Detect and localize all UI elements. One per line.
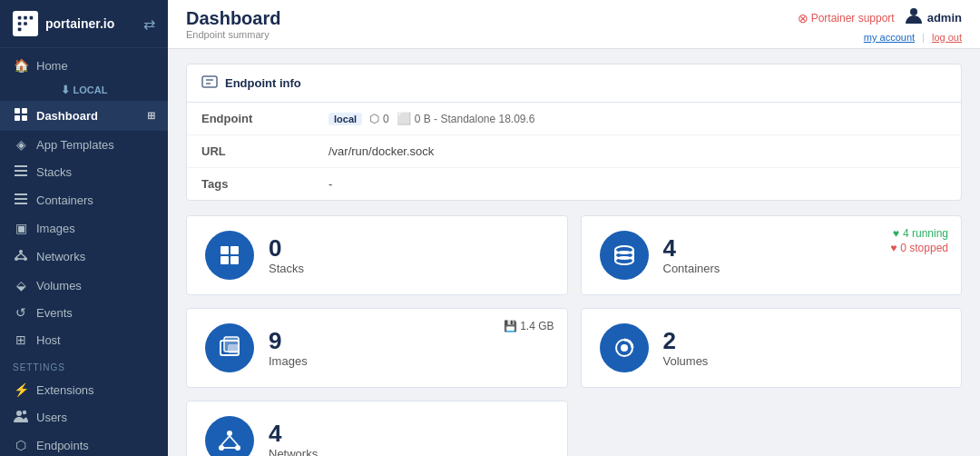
svg-rect-14	[15, 198, 27, 200]
tags-label: Tags	[187, 168, 314, 201]
endpoint-value: local ⬡ 0 ⬜ 0 B - Standalone 18.09.6	[314, 103, 961, 135]
support-label: Portainer support	[811, 12, 895, 25]
volumes-card[interactable]: 2 Volumes	[581, 308, 963, 388]
user-icon	[904, 5, 924, 30]
page-title: Dashboard	[186, 8, 280, 29]
url-value: /var/run/docker.sock	[314, 135, 961, 168]
sidebar-item-host-label: Host	[36, 333, 61, 347]
images-card-icon	[205, 323, 254, 372]
images-card-info: 9 Images	[269, 328, 308, 368]
endpoint-info-panel: Endpoint info Endpoint local ⬡ 0	[186, 64, 962, 201]
heart-red-icon: ♥	[890, 242, 897, 254]
sidebar-item-volumes[interactable]: ⬙ Volumes	[0, 272, 168, 299]
topbar: Dashboard Endpoint summary ⊗ Portainer s…	[168, 0, 980, 49]
url-row: URL /var/run/docker.sock	[187, 135, 961, 168]
svg-rect-3	[18, 22, 22, 25]
volumes-card-info: 2 Volumes	[663, 328, 709, 368]
log-out-link[interactable]: log out	[932, 32, 962, 43]
sidebar-item-host[interactable]: ⊞ Host	[0, 326, 168, 353]
networks-card-icon	[205, 416, 254, 456]
containers-badge: ♥ 4 running ♥ 0 stopped	[890, 227, 948, 254]
networks-label: Networks	[269, 447, 318, 456]
stacks-card[interactable]: 0 Stacks	[186, 215, 568, 295]
support-icon: ⊗	[798, 11, 808, 25]
my-account-link[interactable]: my account	[864, 32, 915, 43]
svg-point-30	[910, 8, 917, 15]
svg-rect-34	[220, 246, 229, 254]
sidebar-item-app-templates[interactable]: ◈ App Templates	[0, 131, 168, 158]
svg-rect-6	[15, 108, 20, 114]
containers-count: 4	[663, 235, 720, 262]
sidebar-item-home-label: Home	[36, 59, 68, 73]
svg-point-22	[16, 411, 22, 416]
sidebar: portainer.io ⇄ 🏠 Home ⬇ LOCAL Dashboard	[0, 0, 168, 456]
stacks-count: 0	[269, 235, 304, 262]
dashboard-badge: ⊞	[147, 110, 155, 122]
svg-rect-31	[202, 76, 217, 87]
dashboard-cards: 0 Stacks 4 Containers	[186, 215, 962, 456]
sidebar-item-images[interactable]: ▣ Images	[0, 214, 168, 242]
sidebar-item-extensions[interactable]: ⚡ Extensions	[0, 376, 168, 403]
images-card[interactable]: 9 Images 💾 1.4 GB	[186, 308, 568, 388]
containers-card[interactable]: 4 Containers ♥ 4 running ♥ 0 stopped	[581, 215, 963, 295]
containers-icon	[13, 193, 29, 208]
sidebar-nav: 🏠 Home ⬇ LOCAL Dashboard ⊞ ◈ App	[0, 48, 168, 456]
svg-rect-11	[15, 170, 27, 172]
sidebar-item-containers[interactable]: Containers	[0, 186, 168, 214]
containers-label: Containers	[663, 262, 720, 275]
networks-card[interactable]: 4 Networks	[186, 401, 568, 456]
svg-rect-9	[22, 115, 27, 121]
layers-icon: ⬡	[369, 112, 379, 125]
home-icon: 🏠	[13, 58, 29, 73]
containers-card-icon	[600, 231, 649, 280]
volumes-card-icon	[600, 323, 649, 372]
sidebar-item-dashboard-label: Dashboard	[36, 109, 98, 123]
sidebar-item-images-label: Images	[36, 222, 75, 235]
events-icon: ↺	[13, 305, 29, 320]
svg-point-23	[23, 411, 26, 414]
storage-icon: ⬜	[397, 112, 411, 125]
heart-green-icon: ♥	[893, 227, 899, 240]
sidebar-item-stacks-label: Stacks	[36, 165, 72, 179]
svg-rect-7	[22, 108, 27, 114]
stacks-card-icon	[205, 231, 254, 280]
svg-rect-36	[220, 256, 229, 264]
tags-value: -	[314, 168, 961, 201]
local-label: ⬇ LOCAL	[0, 79, 168, 101]
users-icon	[13, 410, 29, 425]
svg-rect-35	[230, 246, 239, 254]
sidebar-item-users[interactable]: Users	[0, 403, 168, 431]
portainer-logo-icon	[13, 11, 38, 36]
sidebar-item-endpoints[interactable]: ⬡ Endpoints	[0, 431, 168, 456]
volumes-label: Volumes	[663, 354, 709, 368]
svg-point-47	[621, 344, 628, 352]
sidebar-item-stacks[interactable]: Stacks	[0, 158, 168, 186]
endpoint-row: Endpoint local ⬡ 0 ⬜ 0 B - Standa	[187, 103, 961, 135]
sidebar-item-users-label: Users	[36, 411, 67, 424]
dashboard-icon	[13, 107, 29, 124]
volumes-icon: ⬙	[13, 278, 29, 292]
support-link[interactable]: ⊗ Portainer support	[798, 11, 895, 25]
volumes-count: 2	[663, 328, 709, 354]
containers-running-text: 4 running	[903, 227, 948, 240]
svg-rect-15	[15, 203, 27, 204]
sidebar-item-events[interactable]: ↺ Events	[0, 299, 168, 326]
svg-rect-0	[18, 16, 22, 20]
svg-rect-37	[230, 256, 239, 264]
sidebar-item-networks[interactable]: Networks	[0, 242, 168, 272]
images-size-text: 1.4 GB	[520, 320, 554, 332]
topbar-user: admin	[904, 5, 962, 30]
svg-point-48	[227, 431, 232, 436]
svg-line-19	[16, 253, 21, 257]
link-separator: |	[922, 32, 925, 43]
svg-rect-4	[24, 22, 27, 25]
endpoint-label: Endpoint	[187, 103, 314, 135]
svg-line-52	[230, 436, 238, 445]
containers-card-info: 4 Containers	[663, 235, 720, 275]
containers-stopped-text: 0 stopped	[900, 242, 948, 254]
sidebar-item-dashboard[interactable]: Dashboard ⊞	[0, 101, 168, 131]
url-label: URL	[187, 135, 314, 168]
sidebar-item-home[interactable]: 🏠 Home	[0, 52, 168, 79]
settings-section-title: SETTINGS	[0, 353, 168, 376]
host-icon: ⊞	[13, 332, 29, 347]
